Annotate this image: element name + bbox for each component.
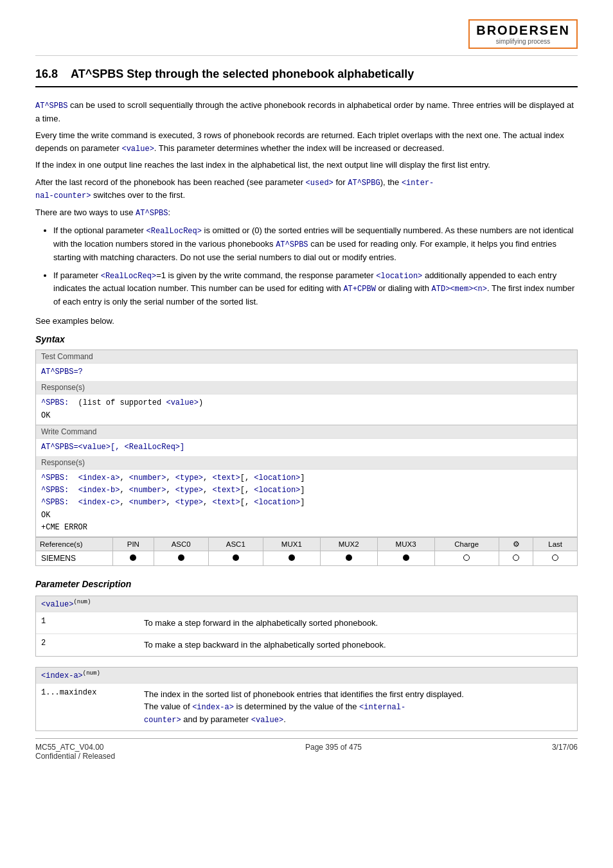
logo: BRODERSEN simplifying process <box>468 19 578 49</box>
footer-center: Page 395 of 475 <box>305 743 362 761</box>
syntax-box: Test Command AT^SPBS=? Response(s) ^SPBS… <box>35 350 578 537</box>
footer-confidential: Confidential / Released <box>35 752 115 761</box>
reference-table: Reference(s) PIN ASC0 ASC1 MUX1 MUX2 MUX… <box>35 537 578 566</box>
param-desc-1: To make a step forward in the alphabetic… <box>139 615 577 632</box>
table-row: SIEMENS <box>36 551 578 565</box>
intro-p1-text: can be used to scroll sequentially throu… <box>35 100 574 123</box>
atspbs-ref1: AT^SPBS <box>35 102 67 111</box>
footer: MC55_ATC_V04.00 Confidential / Released … <box>35 738 578 761</box>
param-val-1: 1 <box>36 615 139 632</box>
param-val-index: 1...maxindex <box>36 686 139 729</box>
ref-col-charge: Charge <box>434 537 499 551</box>
param-value-header: <value>(num) <box>36 596 577 612</box>
ref-col-asc0: ASC0 <box>154 537 208 551</box>
footer-left: MC55_ATC_V04.00 Confidential / Released <box>35 743 115 761</box>
responses-label-1: Response(s) <box>36 381 577 394</box>
param-row-2: 2 To make a step backward in the alphabe… <box>36 633 577 656</box>
bullet-list: If the optional parameter <RealLocReq> i… <box>35 224 578 308</box>
ref-dot-asc1 <box>208 551 263 565</box>
dot-empty-icon <box>552 554 558 561</box>
logo-name: BRODERSEN <box>476 23 570 38</box>
intro-text: AT^SPBS can be used to scroll sequential… <box>35 99 578 219</box>
test-response: ^SPBS: (list of supported <value>) OK <box>36 394 577 424</box>
header: BRODERSEN simplifying process <box>35 19 578 49</box>
ref-col-pin: PIN <box>113 537 154 551</box>
param-row-index: 1...maxindex The index in the sorted lis… <box>36 683 577 731</box>
dot-empty-icon <box>463 554 470 561</box>
ref-dot-mux2 <box>320 551 377 565</box>
syntax-heading: Syntax <box>35 334 578 344</box>
ref-dot-last <box>533 551 578 565</box>
param-index-header: <index-a>(num) <box>36 668 577 683</box>
param-desc-index: The index in the sorted list of phoneboo… <box>139 686 577 729</box>
param-desc-2: To make a step backward in the alphabeti… <box>139 637 577 653</box>
dot-filled-icon <box>346 554 352 561</box>
param-value-box: <value>(num) 1 To make a step forward in… <box>35 596 578 657</box>
footer-model: MC55_ATC_V04.00 <box>35 743 115 752</box>
logo-tagline: simplifying process <box>476 38 570 45</box>
ref-dot-gear <box>499 551 533 565</box>
param-val-2: 2 <box>36 637 139 653</box>
dot-filled-icon <box>289 554 295 561</box>
ref-row-label: SIEMENS <box>36 551 113 565</box>
section-title: AT^SPBS Step through the selected phoneb… <box>71 67 414 81</box>
write-command: AT^SPBS=<value>[, <RealLocReq>] <box>36 438 577 456</box>
ref-dot-mux3 <box>377 551 434 565</box>
test-command: AT^SPBS=? <box>36 363 577 381</box>
ref-col-mux3: MUX3 <box>377 537 434 551</box>
dot-filled-icon <box>233 554 239 561</box>
ref-dot-pin <box>113 551 154 565</box>
ref-dot-charge <box>434 551 499 565</box>
write-command-label: Write Command <box>36 425 577 438</box>
intro-p2: Every time the write command is executed… <box>35 129 578 155</box>
ref-dot-asc0 <box>154 551 208 565</box>
dot-filled-icon <box>130 554 136 561</box>
intro-p3: If the index in one output line reaches … <box>35 159 578 172</box>
test-command-label: Test Command <box>36 350 577 363</box>
dot-empty-icon <box>513 554 519 561</box>
intro-p5: There are two ways to use AT^SPBS: <box>35 206 578 220</box>
intro-p4: After the last record of the phonebook h… <box>35 176 578 202</box>
ref-col-mux1: MUX1 <box>263 537 320 551</box>
see-examples: See examples below. <box>35 315 578 328</box>
ref-col-mux2: MUX2 <box>320 537 377 551</box>
ref-col-label: Reference(s) <box>36 537 113 551</box>
ref-dot-mux1 <box>263 551 320 565</box>
footer-date: 3/17/06 <box>552 743 578 761</box>
dot-filled-icon <box>403 554 409 561</box>
header-divider <box>35 55 578 56</box>
dot-filled-icon <box>178 554 184 561</box>
write-responses: ^SPBS: <index-a>, <number>, <type>, <tex… <box>36 469 577 536</box>
param-heading: Parameter Description <box>35 579 578 589</box>
ref-col-icon: ⚙ <box>499 537 533 551</box>
param-index-box: <index-a>(num) 1...maxindex The index in… <box>35 667 578 732</box>
param-row-1: 1 To make a step forward in the alphabet… <box>36 612 577 634</box>
responses-label-2: Response(s) <box>36 456 577 469</box>
ref-col-last: Last <box>533 537 578 551</box>
section-number: 16.8 <box>35 67 58 81</box>
ref-col-asc1: ASC1 <box>208 537 263 551</box>
section-heading: 16.8 AT^SPBS Step through the selected p… <box>35 67 578 87</box>
bullet-2: If parameter <RealLocReq>=1 is given by … <box>53 269 578 308</box>
bullet-1: If the optional parameter <RealLocReq> i… <box>53 224 578 263</box>
